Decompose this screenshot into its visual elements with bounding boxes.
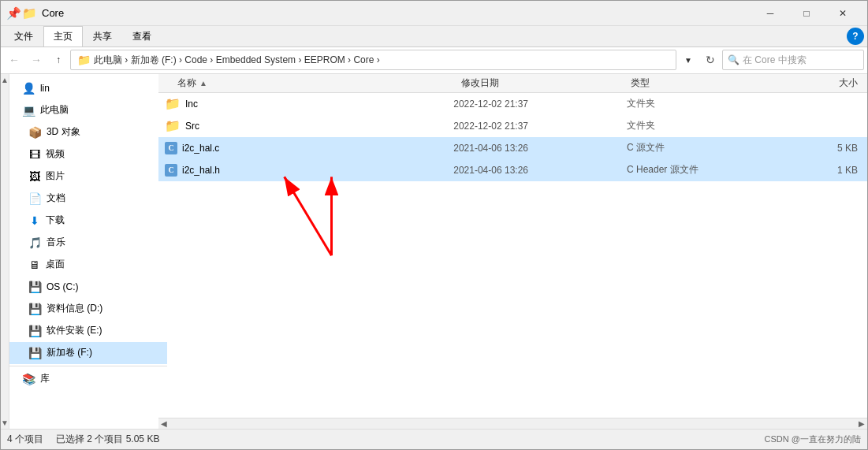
col-size[interactable]: 大小: [773, 76, 864, 90]
sidebar-item-videos[interactable]: 🎞 视频: [9, 143, 167, 165]
file-size-i2c-h: 1 KB: [771, 165, 864, 176]
selected-info: 已选择 2 个项目 5.05 KB: [56, 433, 159, 446]
folder-icon-src: 📁: [165, 118, 181, 133]
forward-button[interactable]: →: [26, 50, 47, 70]
file-type-i2c-c: C 源文件: [627, 141, 771, 154]
folder-icon-inc: 📁: [165, 96, 181, 111]
quick-access-icon: 📌: [7, 7, 20, 20]
file-list-area: 名称 ▲ 修改日期 类型 大小 📁 Inc 2022-12-02 21:37 文…: [158, 74, 867, 429]
sidebar-divider: [9, 366, 167, 366]
tab-home[interactable]: 主页: [43, 26, 83, 46]
ribbon-tabs: 文件 主页 共享 查看 ?: [1, 26, 867, 46]
file-size-i2c-c: 5 KB: [771, 143, 864, 154]
sidebar-item-this-pc[interactable]: 💻 此电脑: [9, 99, 167, 121]
up-button[interactable]: ↑: [48, 50, 69, 70]
file-date-i2c-h: 2021-04-06 13:26: [453, 165, 627, 176]
search-bar[interactable]: 🔍 在 Core 中搜索: [722, 50, 864, 70]
help-button[interactable]: ?: [847, 28, 864, 45]
scroll-down-arrow[interactable]: ▼: [1, 418, 9, 427]
file-list: 📁 Inc 2022-12-02 21:37 文件夹 📁 Src 2022-12…: [158, 93, 867, 418]
sidebar-item-downloads[interactable]: ⬇ 下载: [9, 210, 167, 232]
sidebar-label-new-vol-f: 新加卷 (F:): [47, 346, 92, 359]
status-bar: 4 个项目 已选择 2 个项目 5.05 KB CSDN @一直在努力的陆: [1, 429, 867, 449]
close-button[interactable]: ✕: [825, 1, 861, 26]
sidebar-label-lin: lin: [40, 83, 50, 94]
sidebar-item-pictures[interactable]: 🖼 图片: [9, 165, 167, 188]
tab-view[interactable]: 查看: [122, 26, 162, 46]
sidebar-item-library[interactable]: 📚 库: [9, 368, 167, 390]
scroll-up-arrow[interactable]: ▲: [1, 76, 9, 84]
drive-d-icon: 💾: [28, 303, 42, 315]
col-name[interactable]: 名称 ▲: [162, 76, 461, 90]
file-name-i2c-c: C i2c_hal.c: [162, 142, 453, 154]
desktop-icon: 🖥: [28, 258, 41, 271]
file-name-src: 📁 Src: [162, 118, 453, 133]
file-item-inc[interactable]: 📁 Inc 2022-12-02 21:37 文件夹: [158, 93, 867, 115]
address-bar[interactable]: 📁 此电脑 › 新加卷 (F:) › Code › Embedded Syste…: [70, 50, 676, 70]
sidebar-item-3d[interactable]: 📦 3D 对象: [9, 121, 167, 143]
file-date-i2c-c: 2021-04-06 13:26: [453, 143, 627, 154]
title-bar-controls: ─ □ ✕: [752, 1, 861, 26]
breadcrumb: 此电脑 › 新加卷 (F:) › Code › Embedded System …: [94, 54, 380, 67]
sidebar-item-music[interactable]: 🎵 音乐: [9, 232, 167, 254]
refresh-button[interactable]: ↻: [700, 50, 721, 70]
item-count: 4 个项目: [7, 433, 43, 446]
file-type-src: 文件夹: [627, 119, 771, 132]
sidebar-label-desktop: 桌面: [46, 258, 65, 271]
col-type[interactable]: 类型: [631, 76, 773, 90]
pc-icon: 💻: [22, 104, 35, 117]
tab-share[interactable]: 共享: [83, 26, 122, 46]
sidebar-label-pictures: 图片: [46, 169, 65, 183]
window-title: Core: [42, 7, 64, 19]
sidebar-label-videos: 视频: [46, 147, 65, 161]
file-item-i2c-h[interactable]: C i2c_hal.h 2021-04-06 13:26 C Header 源文…: [158, 159, 867, 181]
h-scroll-track[interactable]: [170, 418, 856, 430]
3d-icon: 📦: [28, 126, 42, 139]
library-icon: 📚: [22, 373, 35, 385]
file-item-i2c-c[interactable]: C i2c_hal.c 2021-04-06 13:26 C 源文件 5 KB: [158, 137, 867, 159]
h-scroll-right-arrow[interactable]: ▶: [856, 419, 867, 428]
sidebar-item-os-c[interactable]: 💾 OS (C:): [9, 276, 167, 298]
window: 📌 📁 Core ─ □ ✕ 文件 主页 共享 查看 ? ← → ↑ 📁 此电脑…: [0, 0, 868, 450]
picture-icon: 🖼: [28, 170, 41, 183]
sidebar-label-this-pc: 此电脑: [40, 103, 69, 117]
horizontal-scrollbar[interactable]: ◀ ▶: [158, 418, 867, 429]
music-icon: 🎵: [28, 236, 42, 249]
dropdown-button[interactable]: ▼: [678, 50, 698, 70]
watermark: CSDN @一直在努力的陆: [765, 433, 861, 445]
col-date[interactable]: 修改日期: [461, 76, 631, 90]
h-scroll-left-arrow[interactable]: ◀: [158, 419, 170, 428]
ribbon: 文件 主页 共享 查看 ?: [1, 26, 867, 47]
sidebar-label-data-d: 资料信息 (D:): [47, 302, 102, 315]
sidebar-item-software-e[interactable]: 💾 软件安装 (E:): [9, 320, 167, 342]
sidebar-item-desktop[interactable]: 🖥 桌面: [9, 254, 167, 276]
maximize-button[interactable]: □: [788, 1, 825, 26]
file-item-src[interactable]: 📁 Src 2022-12-02 21:37 文件夹: [158, 115, 867, 137]
sidebar-label-library: 库: [40, 372, 50, 385]
sidebar-label-downloads: 下载: [46, 214, 65, 227]
drive-f-icon: 💾: [28, 347, 42, 359]
sidebar-item-new-vol-f[interactable]: 💾 新加卷 (F:): [9, 342, 167, 364]
address-bar-row: ← → ↑ 📁 此电脑 › 新加卷 (F:) › Code › Embedded…: [1, 47, 867, 74]
c-header-icon: C: [165, 164, 177, 177]
sidebar-item-data-d[interactable]: 💾 资料信息 (D:): [9, 298, 167, 320]
sort-arrow-name: ▲: [199, 79, 207, 87]
file-type-inc: 文件夹: [627, 97, 771, 110]
file-name-inc: 📁 Inc: [162, 96, 453, 111]
c-source-icon: C: [165, 142, 177, 154]
sidebar-item-documents[interactable]: 📄 文档: [9, 188, 167, 210]
tab-file[interactable]: 文件: [4, 26, 43, 46]
back-button[interactable]: ←: [4, 50, 24, 70]
minimize-button[interactable]: ─: [752, 1, 788, 26]
video-icon: 🎞: [28, 148, 41, 161]
sidebar-item-lin[interactable]: 👤 lin: [9, 77, 167, 99]
file-date-inc: 2022-12-02 21:37: [453, 99, 627, 110]
sidebar-scroll[interactable]: ▲ ▼: [1, 74, 9, 429]
file-list-header: 名称 ▲ 修改日期 类型 大小: [158, 74, 867, 93]
sidebar-label-software-e: 软件安装 (E:): [47, 324, 102, 337]
sidebar-label-music: 音乐: [47, 236, 65, 249]
sidebar-label-os-c: OS (C:): [47, 281, 79, 292]
sidebar-label-3d: 3D 对象: [47, 125, 80, 139]
title-bar: 📌 📁 Core ─ □ ✕: [1, 1, 867, 26]
address-folder-icon: 📁: [77, 54, 91, 66]
